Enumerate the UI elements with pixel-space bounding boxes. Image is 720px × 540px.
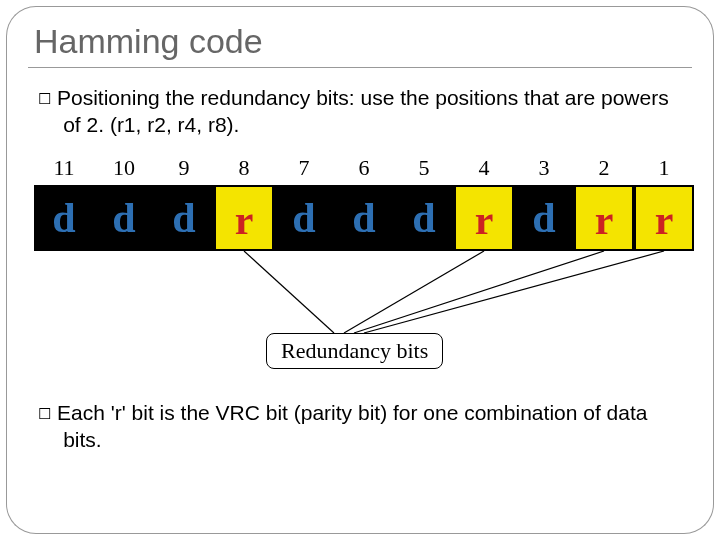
connector-lines: [34, 251, 694, 341]
slide: Hamming code ☐Positioning the redundancy…: [0, 0, 720, 540]
pos-label: 10: [94, 155, 154, 181]
redundancy-label: Redundancy bits: [266, 333, 443, 369]
bullet-marker: ☐: [38, 90, 51, 107]
bit-cell: d: [94, 185, 154, 251]
bit-cell: r: [454, 185, 514, 251]
border-decoration: [6, 52, 7, 488]
pos-label: 5: [394, 155, 454, 181]
border-decoration: [52, 533, 668, 534]
bit-cell: d: [394, 185, 454, 251]
bit-cell: d: [274, 185, 334, 251]
bullet-2: ☐Each 'r' bit is the VRC bit (parity bit…: [38, 399, 682, 454]
corner-decoration: [667, 6, 714, 53]
pos-label: 3: [514, 155, 574, 181]
bit-row: d d d r d d d r d r r: [34, 185, 694, 251]
pos-label: 1: [634, 155, 694, 181]
corner-decoration: [6, 6, 53, 53]
svg-line-1: [344, 251, 484, 333]
bit-cell: d: [334, 185, 394, 251]
bullet-1: ☐Positioning the redundancy bits: use th…: [38, 84, 682, 139]
bit-cell: d: [154, 185, 214, 251]
title-rule: [28, 67, 692, 68]
pos-label: 11: [34, 155, 94, 181]
bit-cell: r: [574, 185, 634, 251]
bit-cell: d: [514, 185, 574, 251]
pos-label: 4: [454, 155, 514, 181]
bit-cell: d: [34, 185, 94, 251]
bit-cell: r: [214, 185, 274, 251]
slide-title: Hamming code: [34, 22, 692, 61]
position-labels: 11 10 9 8 7 6 5 4 3 2 1: [34, 155, 694, 181]
bullet-2-text: Each 'r' bit is the VRC bit (parity bit)…: [57, 401, 647, 451]
border-decoration: [52, 6, 668, 7]
hamming-diagram: 11 10 9 8 7 6 5 4 3 2 1 d d d r d d d r …: [34, 155, 694, 385]
pos-label: 9: [154, 155, 214, 181]
bullet-1-text: Positioning the redundancy bits: use the…: [57, 86, 669, 136]
pos-label: 2: [574, 155, 634, 181]
bullet-marker: ☐: [38, 405, 51, 422]
corner-decoration: [6, 487, 53, 534]
svg-line-2: [354, 251, 604, 333]
svg-line-0: [244, 251, 334, 333]
pos-label: 8: [214, 155, 274, 181]
svg-line-3: [364, 251, 664, 333]
corner-decoration: [667, 487, 714, 534]
pos-label: 7: [274, 155, 334, 181]
border-decoration: [713, 52, 714, 488]
pos-label: 6: [334, 155, 394, 181]
bit-cell: r: [634, 185, 694, 251]
